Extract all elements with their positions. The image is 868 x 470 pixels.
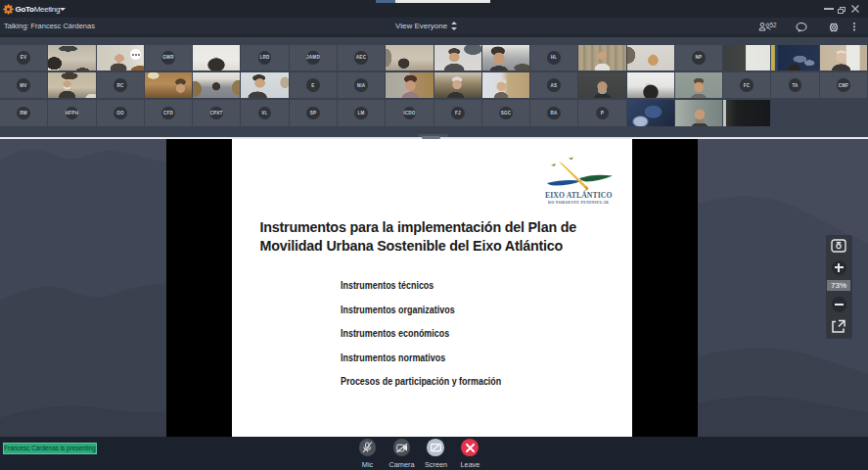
svg-text:DO NOROESTE PENINSULAR: DO NOROESTE PENINSULAR bbox=[548, 201, 609, 205]
svg-text:EIXO ATLÁNTICO: EIXO ATLÁNTICO bbox=[545, 190, 613, 200]
